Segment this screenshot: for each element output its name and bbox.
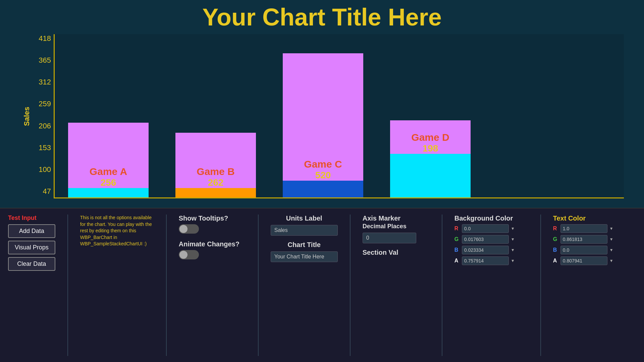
show-tooltips-row: Show Tooltips? — [179, 215, 246, 234]
bg-a-label: A — [454, 258, 460, 264]
chart-title: Your Chart Title Here — [202, 3, 442, 31]
y-tick: 312 — [35, 78, 54, 86]
bar-group: Game D198 — [390, 120, 471, 197]
text-r-label: R — [553, 226, 558, 232]
bg-g-row: G ▼ — [454, 235, 528, 244]
bg-r-label: R — [454, 226, 460, 232]
bar-value: 198 — [423, 143, 438, 154]
bar-group: Game C520 — [283, 53, 363, 197]
bar-value: 262 — [208, 177, 224, 188]
text-g-input[interactable] — [560, 235, 607, 244]
text-a-input[interactable] — [560, 256, 607, 265]
y-tick: 259 — [35, 100, 54, 108]
bg-b-row: B ▼ — [454, 246, 528, 254]
axis-marker-label: Axis Marker Decimal Places — [363, 215, 430, 230]
animate-changes-toggle[interactable] — [179, 250, 199, 259]
text-g-row: G ▼ — [553, 235, 627, 244]
y-tick: 418 — [35, 34, 54, 43]
units-label-input[interactable] — [271, 225, 338, 236]
text-r-input[interactable] — [560, 224, 607, 233]
y-tick: 365 — [35, 56, 54, 65]
show-tooltips-toggle[interactable] — [179, 224, 199, 234]
text-g-label: G — [553, 236, 558, 242]
bg-r-input[interactable] — [462, 224, 509, 233]
bar-name: Game A — [90, 166, 127, 177]
bg-a-row: A ▼ — [454, 256, 528, 265]
units-section: Units Label — [271, 215, 338, 236]
bg-b-arrow[interactable]: ▼ — [511, 248, 515, 252]
bar-group: Game A256 — [68, 123, 149, 197]
bars-area: Game A256Game B262Game C520Game D198 — [54, 34, 624, 198]
text-b-label: B — [553, 247, 558, 253]
section-val-label: Section Val — [363, 249, 430, 256]
section-val-section: Section Val — [363, 249, 430, 256]
add-data-button[interactable]: Add Data — [8, 224, 55, 238]
chart-title-section: Chart Title — [271, 241, 338, 262]
bg-a-input[interactable] — [462, 256, 509, 265]
bg-r-row: R ▼ — [454, 224, 528, 233]
y-ticks: 47100153206259312365418 — [35, 34, 54, 198]
text-a-label: A — [553, 258, 558, 264]
test-input-section: Test Input Add Data Visual Props Clear D… — [8, 215, 55, 271]
text-color-title: Text Color — [553, 215, 627, 222]
show-tooltips-knob — [179, 225, 187, 233]
test-input-label: Test Input — [8, 215, 55, 222]
text-r-row: R ▼ — [553, 224, 627, 233]
y-tick: 100 — [35, 165, 54, 174]
chart-title-label: Chart Title — [271, 241, 338, 249]
bar-name: Game B — [197, 166, 234, 177]
text-color-section: Text Color R ▼ G ▼ B ▼ A ▼ — [553, 215, 627, 265]
bg-b-input[interactable] — [462, 246, 509, 254]
info-text: This is not all the options available fo… — [80, 215, 154, 247]
y-axis-label: Sales — [20, 34, 34, 198]
text-b-arrow[interactable]: ▼ — [609, 248, 613, 252]
text-a-row: A ▼ — [553, 256, 627, 265]
text-g-arrow[interactable]: ▼ — [609, 237, 613, 242]
bg-g-input[interactable] — [462, 235, 509, 244]
bar-value: 256 — [101, 177, 116, 188]
bg-a-arrow[interactable]: ▼ — [511, 258, 515, 263]
y-tick: 206 — [35, 122, 54, 130]
bg-color-title: Background Color — [454, 215, 528, 222]
text-a-arrow[interactable]: ▼ — [609, 258, 613, 263]
toggle-section: Show Tooltips? Animate Changes? — [179, 215, 246, 259]
bg-g-arrow[interactable]: ▼ — [511, 237, 515, 242]
bottom-panel: Test Input Add Data Visual Props Clear D… — [0, 208, 644, 362]
text-b-row: B ▼ — [553, 246, 627, 254]
bg-color-section: Background Color R ▼ G ▼ B ▼ A ▼ — [454, 215, 528, 265]
bg-b-label: B — [454, 247, 460, 253]
animate-changes-label: Animate Changes? — [179, 240, 246, 248]
visual-props-button[interactable]: Visual Props — [8, 241, 55, 254]
bar-name: Game C — [304, 159, 342, 170]
units-label-title: Units Label — [271, 215, 338, 222]
chart-title-input[interactable] — [271, 251, 338, 262]
axis-section: Axis Marker Decimal Places — [363, 215, 430, 243]
animate-changes-row: Animate Changes? — [179, 240, 246, 259]
bg-g-label: G — [454, 236, 460, 242]
bar-group: Game B262 — [175, 133, 256, 197]
show-tooltips-label: Show Tooltips? — [179, 215, 246, 222]
bar-value: 520 — [315, 170, 331, 181]
text-r-arrow[interactable]: ▼ — [609, 226, 613, 231]
y-tick: 153 — [35, 143, 54, 152]
clear-data-button[interactable]: Clear Data — [8, 257, 55, 271]
bar-name: Game D — [411, 132, 449, 143]
text-b-input[interactable] — [560, 246, 607, 254]
y-tick: 47 — [35, 187, 54, 196]
animate-changes-knob — [179, 251, 187, 259]
decimal-places-input[interactable] — [363, 233, 416, 243]
bg-r-arrow[interactable]: ▼ — [511, 226, 515, 231]
